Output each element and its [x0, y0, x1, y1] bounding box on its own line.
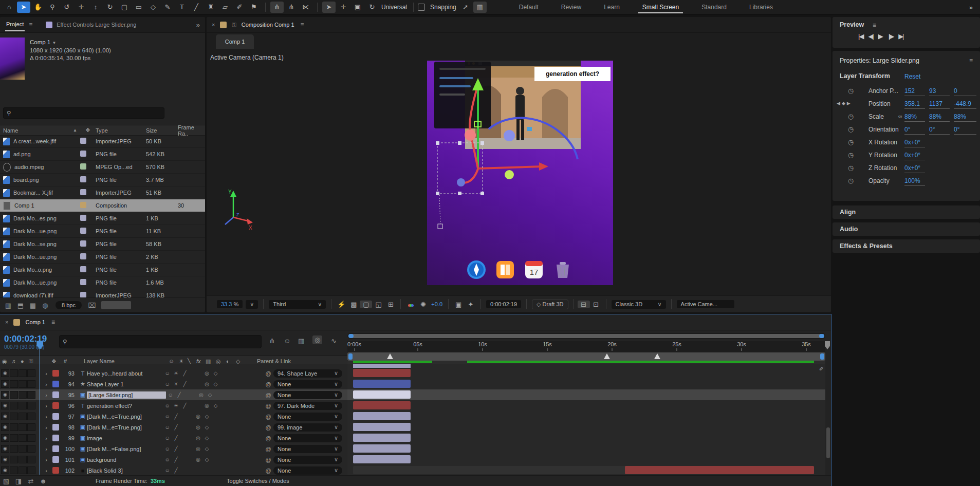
new-composition-icon[interactable]: ▦	[27, 302, 39, 309]
graph-editor-icon[interactable]: ∿	[331, 337, 337, 345]
stopwatch-icon[interactable]: ◷	[848, 151, 854, 159]
workspace-tab[interactable]: Learn	[593, 0, 631, 14]
eye-icon[interactable]: ◉	[1, 445, 9, 453]
layer-name[interactable]: Shape Layer 1	[87, 381, 163, 387]
shy-switch-icon[interactable]: ☺	[163, 424, 172, 430]
label-color-swatch[interactable]	[80, 240, 86, 247]
pick-whip-icon[interactable]: @	[263, 392, 273, 398]
audio-toggle[interactable]	[10, 391, 18, 399]
motion-blur-switch-icon[interactable]: ◎	[197, 392, 206, 398]
play-button[interactable]: ▶	[878, 32, 883, 40]
tab-effect-controls[interactable]: Effect Controls Large Slider.png	[57, 22, 136, 28]
last-frame-button[interactable]: ▶|	[898, 32, 903, 40]
track-lane[interactable]	[347, 433, 825, 444]
scale-gizmo-icon[interactable]: ▣	[351, 2, 364, 13]
collapsed-panel-header[interactable]: Audio	[833, 222, 980, 236]
lock-toggle[interactable]	[27, 391, 35, 399]
eye-icon[interactable]: ◉	[1, 466, 9, 474]
audio-toggle[interactable]	[10, 369, 18, 377]
keyframe-navigator[interactable]: ◀◆▶	[837, 101, 852, 106]
home-tool-icon[interactable]: ⌂	[3, 2, 16, 13]
zoom-tool-icon[interactable]: ⚲	[46, 2, 59, 13]
shy-switch-icon[interactable]: ☺	[163, 370, 172, 376]
shy-switch-icon[interactable]: ☺	[163, 468, 172, 473]
shy-switch-icon[interactable]: ☺	[163, 403, 172, 408]
layer-row[interactable]: ◉ › 94 ★ Shape Layer 1 ☺ ☀ ╱ ◎ ◇ @	[0, 379, 347, 390]
work-area-bar[interactable]	[347, 352, 825, 361]
pick-whip-icon[interactable]: @	[263, 414, 273, 420]
stopwatch-icon[interactable]: ◷	[848, 87, 854, 95]
magnification-value[interactable]: 33.3 %	[217, 300, 243, 308]
universal-gizmo-icon[interactable]: ➤	[322, 2, 336, 13]
scrollbar-right-cap[interactable]	[819, 334, 824, 338]
time-ruler[interactable]: 0:00s05s10s15s20s25s30s35s	[347, 341, 825, 352]
pick-whip-icon[interactable]: @	[263, 381, 273, 387]
motion-blur-switch-icon[interactable]: ◎	[202, 403, 211, 408]
audio-toggle[interactable]	[10, 445, 18, 453]
solo-toggle[interactable]	[19, 445, 27, 453]
draft-3d-button[interactable]: ◇ Draft 3D	[532, 300, 568, 309]
collapse-switch-icon[interactable]: ☀	[172, 381, 180, 387]
track-lane[interactable]	[347, 411, 825, 422]
expand-layer-switches-icon[interactable]: ▧	[0, 477, 12, 485]
type-tool-icon[interactable]: T	[175, 2, 189, 13]
resolution-dropdown[interactable]: Third∨	[269, 300, 326, 309]
toolbar-overflow-icon[interactable]: »	[969, 4, 973, 11]
exposure-icon[interactable]: ✺	[417, 301, 429, 308]
shy-switch-icon[interactable]: ☺	[163, 381, 172, 387]
layer-duration-bar[interactable]	[353, 390, 411, 399]
pick-whip-icon[interactable]: @	[263, 424, 273, 431]
motion-blur-switch-icon[interactable]: ◎	[194, 435, 202, 441]
reset-link[interactable]: Reset	[904, 73, 920, 80]
cube-switch-icon[interactable]: ◇	[206, 392, 214, 398]
rotation-gizmo-icon[interactable]: ↻	[365, 2, 379, 13]
collapse-switch-icon[interactable]: ☀	[172, 403, 180, 408]
parent-link-dropdown[interactable]: 97. Dark Mode ∨	[273, 402, 342, 410]
property-value-y[interactable]: 0°	[929, 126, 950, 135]
parent-link-dropdown[interactable]: 99. image ∨	[273, 423, 342, 432]
expand-chevron-icon[interactable]: ›	[40, 414, 52, 420]
track-lane[interactable]	[347, 443, 825, 455]
cube-switch-icon[interactable]: ◇	[202, 424, 211, 430]
exposure-value[interactable]: +0.0	[431, 301, 442, 307]
layer-label-swatch[interactable]	[52, 445, 59, 452]
lock-toggle[interactable]	[27, 413, 35, 420]
project-row[interactable]: Dark Mo...es.png PNG file 1 KB	[0, 212, 205, 225]
expand-chevron-icon[interactable]: ›	[40, 468, 52, 474]
expand-inout-columns-icon[interactable]: ⇄	[25, 477, 37, 485]
comment-icon[interactable]: ☻	[37, 477, 49, 485]
layer-row[interactable]: ◉ › 101 ▣ background ☺ ☀ ╱ ◎ ◇ @	[0, 454, 347, 465]
quality-switch-icon[interactable]: ╱	[172, 435, 180, 441]
pen-tool-icon[interactable]: ✎	[161, 2, 174, 13]
property-value-x[interactable]: 152	[904, 87, 925, 96]
camera-tool-icon[interactable]: ▢	[118, 2, 131, 13]
stopwatch-icon[interactable]: ◷	[848, 113, 854, 120]
playhead-line[interactable]	[40, 341, 40, 475]
label-color-swatch[interactable]	[80, 215, 86, 221]
audio-toggle[interactable]	[10, 402, 18, 409]
eye-icon[interactable]: ◉	[1, 369, 9, 377]
close-tab-icon[interactable]: ×	[212, 22, 215, 28]
local-axis-mode-icon[interactable]: ⋔	[270, 2, 284, 13]
parent-link-dropdown[interactable]: None ∨	[273, 434, 342, 442]
layer-label-swatch[interactable]	[52, 413, 59, 420]
layer-label-swatch[interactable]	[52, 424, 59, 431]
layer-duration-bar[interactable]	[353, 455, 411, 463]
collapsed-panel-header[interactable]: Align	[833, 205, 980, 219]
project-row[interactable]: audio.mpeg MPEG Op...ed 570 KB	[0, 161, 205, 174]
layer-label-swatch[interactable]	[52, 381, 59, 387]
audio-toggle[interactable]	[10, 466, 18, 474]
shy-switch-icon[interactable]: ☺	[163, 435, 172, 441]
world-axis-mode-icon[interactable]: ⋔	[285, 2, 298, 13]
quality-switch-icon[interactable]: ╱	[172, 414, 180, 419]
solo-toggle[interactable]	[19, 391, 27, 399]
label-color-swatch[interactable]	[80, 163, 86, 170]
layer-label-swatch[interactable]	[52, 391, 59, 398]
motion-blur-switch-icon[interactable]: ◎	[202, 381, 211, 387]
expand-chevron-icon[interactable]: ›	[40, 392, 52, 398]
solo-toggle[interactable]	[19, 423, 27, 431]
expand-chevron-icon[interactable]: ›	[40, 381, 52, 387]
layer-duration-bar[interactable]	[353, 434, 411, 442]
label-color-swatch[interactable]	[80, 202, 86, 208]
interpret-footage-icon[interactable]: ▥	[2, 302, 14, 309]
